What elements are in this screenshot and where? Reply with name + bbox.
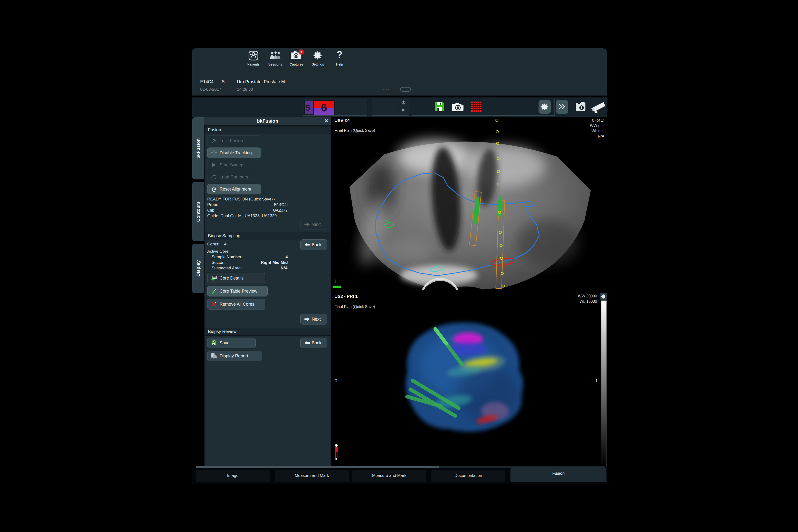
cores-value: 4 [224,242,226,247]
header-pill-indicator [400,87,411,92]
sector-value: Right Mid Mid [249,260,288,265]
toolbar-settings-button[interactable] [538,100,551,114]
sampling-next-button[interactable]: Next [300,314,327,324]
window-level: WL 15000 [580,299,597,304]
save-floppy-icon [211,340,217,346]
side-tab-contours[interactable]: Contours [192,182,204,241]
load-contours-button[interactable]: Load Contours [207,172,261,182]
question-icon: ? [336,49,343,60]
info-icon[interactable]: 🛈 [401,100,405,105]
sessions-button[interactable]: Sessions [265,50,286,67]
reset-alignment-button[interactable]: Reset Alignment [207,184,261,194]
megaphone-icon[interactable] [590,100,606,114]
fusion-next-button[interactable]: Next [300,219,327,230]
needle-icon [211,288,217,294]
undo-icon [211,186,217,192]
display-settings-button[interactable] [600,293,607,300]
snapshot-camera-icon[interactable] [452,102,465,112]
biopsy-sampling-label: Biopsy Sampling [208,233,240,239]
side-tab-display[interactable]: Display [192,244,204,293]
gear-icon [540,103,549,111]
double-chevron-icon [558,104,567,110]
report-icon [211,353,217,359]
tab-measure1-label: Measure and Mark [275,473,349,478]
tab-measure-and-mark-1[interactable]: Measure and Mark [275,470,349,482]
grid-icon[interactable] [471,101,482,112]
exam-date: 01-03-2017 [200,87,221,92]
side-tab-contours-label: Contours [196,202,201,222]
save-exam-icon[interactable] [434,100,446,113]
patient-orientation-figure [334,444,339,461]
scrollbar-thumb[interactable] [196,466,439,468]
disable-tracking-button[interactable]: Disable Tracking [207,148,261,158]
captures-badge: 1 [299,49,304,55]
fusion-section-header: Fusion [205,126,330,134]
fusion-status: READY FOR FUSION (Quick Save) -... [207,197,279,202]
suspected-area-label: Suspected Area: [212,266,242,271]
captures-button[interactable]: 1 Captures [286,50,307,67]
lock-fusion-label: Lock Fusion [220,138,243,144]
tab-image-label: Image [196,473,270,478]
biopsy-review-header: Biopsy Review [205,328,330,336]
prostate-3d-model [332,293,607,467]
view-name: US2 - PRI 1 [335,294,358,299]
exam-type: Uro Prostate: Prostate M [237,79,285,84]
sessions-label: Sessions [265,62,286,66]
arrow-right-icon [304,317,310,321]
pin-icon [211,138,217,144]
screen: E14C4t S Uro Prostate: Prostate M 01-03-… [0,0,798,532]
clear-icon[interactable]: ✖ [401,108,405,113]
help-button[interactable]: ? Help [329,50,350,67]
display-report-button[interactable]: Display Report [207,350,262,361]
core-table-preview-button[interactable]: Core Table Preview [207,286,268,297]
plan-name: Final Plan (Quick Save) [335,128,375,133]
side-tab-bkfusion[interactable]: bkFusion [192,117,204,179]
arrow-right-icon [304,222,310,227]
orientation-right: R [335,378,338,383]
core-details-button[interactable]: Core Details [207,273,265,283]
grayscale-slider[interactable] [601,300,607,467]
biopsy-sampling-header: Biopsy Sampling [205,232,330,240]
capture-thumbnail-5-number: 5 [306,103,310,113]
remove-all-cores-label: Remove All Cores [220,302,254,307]
sample-number-value: 4 [249,255,288,260]
panel-title: bkFusion [204,118,331,124]
probe-value: E14C4t [249,203,288,207]
patient-status: S [222,79,225,84]
help-label: Help [329,62,350,66]
remove-all-cores-button[interactable]: Remove All Cores [207,299,265,309]
close-icon[interactable]: ✖ [323,118,329,124]
sector-label: Sector: [212,260,225,265]
more-tools-button[interactable] [556,100,568,114]
save-button[interactable]: Save [207,338,255,348]
tab-image[interactable]: Image [196,470,270,482]
patients-label: Patients [243,62,264,66]
ultrasound-view-top[interactable]: USVID1 Final Plan (Quick Save) 0 (of 1) … [332,117,607,290]
patients-button[interactable]: Patients [243,50,264,67]
settings-label: Settings [307,62,328,66]
active-core-label: Active Core: [207,249,230,254]
start-sweep-button[interactable]: Start Sweep [207,159,261,170]
tab-measure-and-mark-2[interactable]: Measure and Mark [352,470,426,482]
reset-alignment-label: Reset Alignment [220,187,251,192]
display-report-label: Display Report [220,354,248,359]
sampling-back-button[interactable]: Back [300,240,327,250]
load-contours-label: Load Contours [220,175,248,180]
review-back-button[interactable]: Back [300,338,327,348]
biopsy-review-label: Biopsy Review [208,329,236,334]
gear-icon [313,50,323,60]
capture-device-icon[interactable] [573,100,587,113]
capture-thumbnail-6[interactable]: 6 [314,100,335,115]
lock-fusion-button[interactable]: Lock Fusion [207,135,261,146]
side-tab-display-label: Display [196,260,201,277]
model-view-bottom[interactable]: US2 - PRI 1 Final Plan (Quick Save) WW 3… [332,293,607,467]
settings-button[interactable]: Settings [307,50,328,67]
clip-label: Clip: [207,208,215,213]
start-sweep-label: Start Sweep [220,163,243,168]
tab-fusion-label: Fusion [511,471,607,476]
crosshair-icon [211,150,217,156]
ultrasound-image [332,117,607,290]
app-window: E14C4t S Uro Prostate: Prostate M 01-03-… [192,49,607,483]
tab-documentation[interactable]: Documentation [432,470,505,482]
tab-fusion[interactable]: Fusion [511,467,607,482]
